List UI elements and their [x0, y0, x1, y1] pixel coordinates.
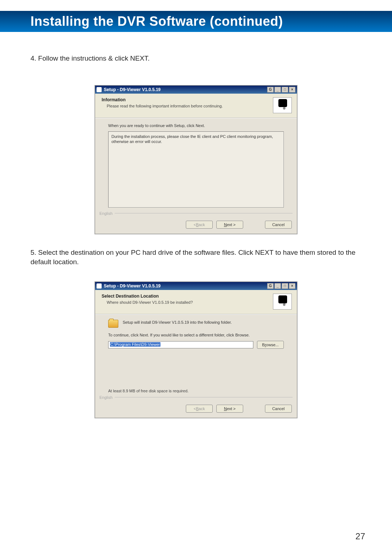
- page-header-band: Installing the DVR Software (continued): [0, 11, 392, 32]
- back-button[interactable]: < Back: [186, 221, 213, 229]
- destination-path-input[interactable]: C:\Program Files\D9-Viewer: [108, 341, 253, 348]
- language-label-row: English: [95, 395, 297, 401]
- wizard-header: Select Destination Location Where should…: [95, 290, 297, 314]
- back-button[interactable]: < Back: [186, 405, 213, 413]
- cancel-button[interactable]: Cancel: [265, 221, 292, 229]
- browse-button[interactable]: Browse...: [257, 341, 284, 349]
- window-title: Setup - D9-Viewer V1.0.5.19: [104, 283, 161, 289]
- information-textbox: During the installation process, please …: [108, 131, 284, 208]
- wizard-header: Information Please read the following im…: [95, 94, 297, 118]
- next-button[interactable]: Next >: [216, 221, 243, 229]
- wizard-header-subtitle: Please read the following important info…: [107, 104, 223, 108]
- folder-icon: [108, 320, 118, 328]
- cancel-button[interactable]: Cancel: [265, 405, 292, 413]
- page-number: 27: [355, 531, 365, 541]
- app-icon: [97, 283, 102, 289]
- close-icon[interactable]: ×: [289, 87, 295, 93]
- wizard-header-title: Information: [102, 97, 223, 102]
- wizard-header-title: Select Destination Location: [102, 294, 193, 299]
- disk-space-required: At least 8.9 MB of free disk space is re…: [108, 389, 284, 393]
- window-title: Setup - D9-Viewer V1.0.5.19: [104, 87, 161, 92]
- step5-text: 5. Select the destination on your PC har…: [30, 248, 362, 267]
- language-label: English: [99, 395, 113, 400]
- installer-dialog-destination: Setup - D9-Viewer V1.0.5.19 G _ □ × Sele…: [95, 282, 297, 418]
- product-logo-icon: [273, 97, 292, 113]
- page-title: Installing the DVR Software (continued): [30, 14, 283, 29]
- lang-toggle-icon[interactable]: G: [267, 87, 274, 93]
- app-icon: [97, 87, 102, 92]
- close-icon[interactable]: ×: [289, 283, 295, 289]
- install-folder-line: Setup will install D9-Viewer V1.0.5.19 i…: [123, 320, 232, 325]
- titlebar: Setup - D9-Viewer V1.0.5.19 G _ □ ×: [95, 282, 297, 290]
- next-button[interactable]: Next >: [216, 405, 243, 413]
- installer-dialog-information: Setup - D9-Viewer V1.0.5.19 G _ □ × Info…: [95, 85, 297, 234]
- step4-text: 4. Follow the instructions & click NEXT.: [30, 54, 362, 64]
- continue-instruction: To continue, click Next. If you would li…: [108, 333, 284, 337]
- product-logo-icon: [273, 294, 292, 310]
- minimize-icon[interactable]: _: [274, 283, 281, 289]
- language-label-row: English: [95, 211, 297, 217]
- titlebar: Setup - D9-Viewer V1.0.5.19 G _ □ ×: [95, 86, 297, 94]
- lang-toggle-icon[interactable]: G: [267, 283, 274, 289]
- minimize-icon[interactable]: _: [274, 87, 281, 93]
- language-label: English: [99, 211, 113, 216]
- maximize-icon[interactable]: □: [282, 87, 288, 93]
- setup-prompt: When you are ready to continue with Setu…: [108, 123, 284, 128]
- maximize-icon[interactable]: □: [282, 283, 288, 289]
- wizard-header-subtitle: Where should D9-Viewer V1.0.5.19 be inst…: [107, 300, 193, 304]
